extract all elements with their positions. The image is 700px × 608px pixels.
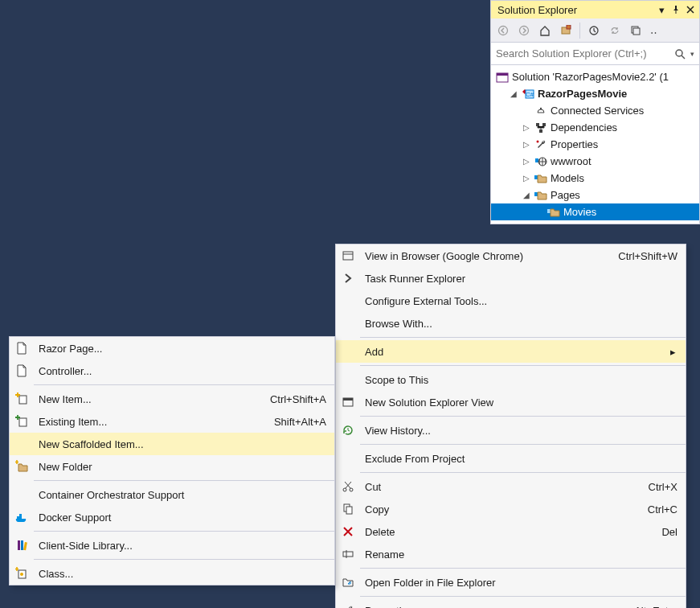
svg-point-7 (676, 50, 682, 56)
context-menu-add: Razor Page... Controller... New Item... … (9, 336, 335, 585)
menu-view-in-browser[interactable]: View in Browser (Google Chrome) Ctrl+Shi… (336, 244, 686, 267)
menu-task-runner[interactable]: Task Runner Explorer (336, 267, 686, 290)
wrench-icon (336, 604, 360, 608)
menu-separator (360, 472, 686, 473)
sync-icon[interactable] (606, 22, 624, 39)
search-input[interactable] (496, 47, 669, 60)
menu-container-orchestrator[interactable]: Container Orchestrator Support (10, 483, 334, 506)
dependencies-icon (534, 121, 547, 134)
svg-rect-3 (567, 25, 571, 29)
tree-models[interactable]: ▷ Models (491, 170, 699, 187)
collapse-all-icon[interactable] (627, 22, 645, 39)
pin-icon[interactable] (670, 4, 682, 15)
menu-separator (360, 596, 686, 597)
solution-icon (496, 71, 509, 84)
tree-label: Pages (551, 189, 580, 201)
menu-client-side-library[interactable]: Client-Side Library... (10, 534, 334, 557)
menu-new-folder[interactable]: New Folder (10, 455, 334, 478)
search-box[interactable]: ▾ (491, 43, 699, 65)
svg-rect-22 (343, 252, 353, 260)
svg-rect-13 (536, 123, 539, 126)
expand-icon[interactable]: ▷ (522, 174, 531, 183)
svg-rect-31 (19, 418, 27, 426)
menu-class[interactable]: Class... (10, 562, 334, 585)
tree-movies[interactable]: Movies (491, 203, 699, 220)
menu-rename[interactable]: Rename (336, 543, 686, 565)
open-folder-icon (336, 576, 360, 589)
menu-separator (360, 568, 686, 569)
menu-separator (34, 559, 334, 560)
menu-view-history[interactable]: View History... (336, 419, 686, 442)
svg-point-25 (343, 488, 346, 491)
svg-rect-34 (19, 514, 22, 516)
menu-new-scaffolded-item[interactable]: New Scaffolded Item... (10, 433, 334, 455)
menu-separator (34, 480, 334, 481)
menu-configure-external-tools[interactable]: Configure External Tools... (336, 290, 686, 312)
search-dropdown-icon[interactable]: ▾ (690, 50, 694, 58)
close-icon[interactable] (685, 4, 696, 15)
wrench-icon (534, 138, 547, 151)
menu-separator (34, 531, 334, 532)
svg-rect-29 (343, 552, 353, 557)
expand-icon[interactable]: ◢ (509, 89, 518, 98)
menu-separator (360, 337, 686, 338)
tree-dependencies[interactable]: ▷ Dependencies (491, 119, 699, 136)
menu-existing-item[interactable]: Existing Item... Shift+Alt+A (10, 410, 334, 433)
menu-new-item[interactable]: New Item... Ctrl+Shift+A (10, 388, 334, 410)
svg-rect-15 (539, 129, 542, 133)
svg-rect-6 (633, 28, 640, 35)
panel-titlebar: Solution Explorer ▾ (491, 1, 699, 18)
panel-toolbar: ‥ (491, 18, 699, 43)
svg-rect-21 (547, 209, 551, 213)
menu-controller[interactable]: Controller... (10, 359, 334, 382)
svg-text:C#: C# (526, 91, 534, 98)
menu-browse-with[interactable]: Browse With... (336, 312, 686, 335)
search-icon[interactable] (674, 48, 686, 60)
menu-razor-page[interactable]: Razor Page... (10, 337, 334, 359)
menu-separator (360, 365, 686, 366)
tree-project[interactable]: ◢ C# RazorPagesMovie (491, 85, 699, 102)
folder-icon (534, 189, 547, 202)
svg-rect-17 (535, 158, 538, 162)
submenu-arrow-icon: ▸ (668, 346, 677, 358)
svg-point-16 (537, 140, 539, 142)
expand-icon[interactable]: ▷ (522, 140, 531, 149)
home-icon[interactable] (536, 22, 554, 39)
tree-wwwroot[interactable]: ▷ wwwroot (491, 153, 699, 170)
expand-icon[interactable]: ▷ (522, 157, 531, 166)
menu-docker-support[interactable]: Docker Support (10, 506, 334, 528)
solution-folders-icon[interactable] (557, 22, 575, 39)
pending-changes-icon[interactable] (585, 22, 603, 39)
history-icon (336, 424, 360, 437)
forward-icon[interactable] (515, 22, 533, 39)
back-icon[interactable] (494, 22, 512, 39)
panel-title: Solution Explorer (497, 4, 653, 16)
menu-copy[interactable]: Copy Ctrl+C (336, 498, 686, 520)
svg-point-12 (540, 107, 542, 109)
toolbar-overflow-icon[interactable]: ‥ (648, 22, 659, 39)
menu-new-solution-explorer-view[interactable]: New Solution Explorer View (336, 391, 686, 413)
menu-delete[interactable]: Delete Del (336, 520, 686, 543)
menu-cut[interactable]: Cut Ctrl+X (336, 475, 686, 498)
window-position-icon[interactable]: ▾ (656, 4, 667, 15)
tree-properties[interactable]: ▷ Properties (491, 136, 699, 153)
menu-properties[interactable]: Properties Alt+Enter (336, 599, 686, 608)
menu-exclude-from-project[interactable]: Exclude From Project (336, 447, 686, 470)
page-icon (10, 342, 34, 355)
svg-rect-14 (542, 123, 546, 126)
tree-label: Movies (563, 206, 596, 218)
tree-connected-services[interactable]: Connected Services (491, 102, 699, 119)
tree-solution[interactable]: Solution 'RazorPagesMovie2.2' (1 (491, 68, 699, 85)
menu-scope-to-this[interactable]: Scope to This (336, 368, 686, 391)
tree-pages[interactable]: ◢ Pages (491, 187, 699, 203)
svg-rect-24 (343, 398, 353, 401)
menu-add[interactable]: Add ▸ (336, 340, 686, 363)
new-folder-icon (10, 460, 34, 473)
menu-open-folder[interactable]: Open Folder in File Explorer (336, 571, 686, 594)
expand-icon[interactable]: ▷ (522, 123, 531, 132)
solution-tree: Solution 'RazorPagesMovie2.2' (1 ◢ C# Ra… (491, 65, 699, 224)
tree-label: Models (551, 172, 584, 184)
expand-icon[interactable]: ◢ (522, 191, 531, 199)
svg-rect-30 (19, 396, 27, 404)
svg-rect-37 (23, 542, 27, 550)
